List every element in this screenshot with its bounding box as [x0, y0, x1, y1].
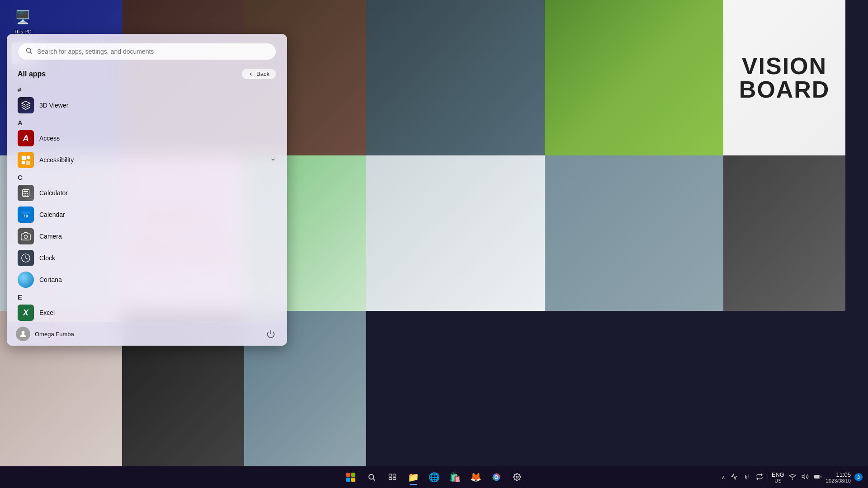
taskbar-taskview-button[interactable]: [383, 468, 401, 486]
apps-list[interactable]: # 3D Viewer A A Access: [7, 81, 287, 322]
svg-rect-2: [22, 156, 26, 160]
svg-point-30: [516, 476, 519, 479]
app-item-camera[interactable]: Camera: [14, 225, 280, 247]
clock-time: 11:05: [826, 471, 851, 478]
access-name: Access: [39, 135, 276, 142]
svg-text:10: 10: [24, 214, 28, 218]
svg-rect-11: [24, 195, 25, 196]
start-button[interactable]: [342, 468, 360, 486]
windows-logo: [346, 473, 355, 482]
svg-rect-12: [25, 195, 27, 196]
svg-line-22: [373, 479, 375, 480]
svg-rect-25: [389, 478, 392, 480]
app-item-accessibility[interactable]: Accessibility: [14, 149, 280, 171]
app-item-clock[interactable]: Clock: [14, 247, 280, 269]
taskbar-chrome-button[interactable]: [487, 468, 505, 486]
svg-rect-15: [22, 211, 30, 214]
svg-point-21: [369, 474, 374, 479]
svg-marker-35: [802, 474, 805, 479]
wallpaper-cell-family: [545, 0, 723, 155]
svg-point-19: [22, 331, 25, 334]
wallpaper-cell-shopping: [545, 155, 723, 311]
svg-rect-7: [24, 191, 28, 192]
tray-network-activity[interactable]: [730, 472, 739, 483]
user-info[interactable]: Omega Fumba: [16, 327, 74, 341]
app-item-excel[interactable]: X Excel: [14, 302, 280, 322]
tray-volume-icon[interactable]: [801, 472, 810, 483]
clock-name: Clock: [39, 254, 276, 262]
svg-point-0: [27, 48, 31, 52]
clock-icon: [18, 250, 34, 266]
clock-display[interactable]: 11:05 2023/08/10: [826, 471, 851, 483]
tray-wifi-icon[interactable]: [788, 472, 797, 483]
svg-rect-8: [24, 193, 25, 194]
app-item-calendar[interactable]: 10 Calendar: [14, 204, 280, 225]
svg-line-1: [30, 52, 32, 54]
excel-name: Excel: [39, 309, 276, 316]
taskbar-firefox-button[interactable]: 🦊: [467, 468, 485, 486]
taskbar-settings-button[interactable]: [508, 468, 526, 486]
language-display[interactable]: ENG US: [772, 471, 784, 483]
wallpaper-cell-money: [723, 155, 845, 311]
calculator-icon: [18, 185, 34, 201]
clock-date: 2023/08/10: [826, 478, 851, 483]
back-label: Back: [256, 70, 269, 77]
section-a: A: [14, 116, 280, 127]
tray-onedrive[interactable]: [755, 472, 764, 483]
svg-point-17: [24, 235, 27, 238]
app-item-3dviewer[interactable]: 3D Viewer: [14, 94, 280, 116]
access-icon: A: [18, 130, 34, 146]
search-bar[interactable]: [18, 43, 276, 60]
calendar-name: Calendar: [39, 211, 276, 218]
search-icon: [25, 47, 33, 56]
section-hash: #: [14, 83, 280, 94]
app-item-access[interactable]: A Access: [14, 127, 280, 149]
svg-point-34: [792, 479, 793, 479]
app-item-cortana[interactable]: Cortana: [14, 269, 280, 291]
section-c: C: [14, 171, 280, 182]
language-main: ENG: [772, 471, 784, 478]
tray-overflow-button[interactable]: ∧: [721, 474, 726, 481]
vision-board-text: VISION BOARD: [739, 54, 830, 101]
wallpaper-cell-typewriter: [366, 0, 545, 155]
start-menu: All apps Back # 3D Viewer: [7, 34, 287, 346]
svg-rect-5: [26, 161, 30, 165]
calculator-name: Calculator: [39, 189, 276, 197]
svg-point-29: [495, 476, 498, 479]
accessibility-icon: [18, 152, 34, 168]
desktop-icon-thispc[interactable]: 🖥️ This PC: [5, 5, 41, 36]
3dviewer-icon: [18, 97, 34, 113]
section-e: E: [14, 291, 280, 302]
tray-battery-icon[interactable]: [813, 472, 822, 483]
all-apps-title: All apps: [18, 70, 46, 78]
search-input[interactable]: [37, 48, 269, 55]
wallpaper-cell-vision-board: VISION BOARD: [723, 0, 845, 155]
svg-rect-37: [815, 475, 819, 478]
back-button[interactable]: Back: [241, 68, 276, 80]
svg-rect-3: [27, 156, 30, 159]
taskbar-edge-button[interactable]: 🌐: [425, 468, 443, 486]
svg-rect-10: [27, 193, 28, 194]
taskbar-store-button[interactable]: 🛍️: [446, 468, 464, 486]
vision-board-line1: VISION: [739, 54, 830, 78]
language-sub: US: [772, 478, 784, 483]
excel-icon: X: [18, 305, 34, 321]
vision-board-line2: BOARD: [739, 78, 830, 101]
svg-rect-13: [27, 195, 28, 196]
win-logo-q4: [351, 478, 355, 482]
power-button[interactable]: [264, 327, 278, 341]
desktop: VISION BOARD GIRL BOSS 🖥️ This PC 📁: [0, 0, 868, 488]
taskbar-center: 📁 🌐 🛍️ 🦊: [342, 468, 526, 486]
svg-rect-26: [393, 478, 396, 480]
thispc-icon: 🖥️: [12, 6, 33, 28]
accessibility-name: Accessibility: [39, 156, 264, 164]
win-logo-q3: [346, 478, 350, 482]
notification-badge[interactable]: 3: [854, 473, 863, 481]
taskbar: 📁 🌐 🛍️ 🦊: [0, 466, 868, 488]
app-item-calculator[interactable]: Calculator: [14, 182, 280, 204]
tray-audio-mixer[interactable]: [742, 472, 751, 483]
taskbar-fileexplorer-button[interactable]: 📁: [404, 468, 422, 486]
wallpaper-cell-ocean: [366, 155, 545, 311]
tray-divider: [768, 473, 768, 482]
taskbar-search-button[interactable]: [363, 468, 381, 486]
